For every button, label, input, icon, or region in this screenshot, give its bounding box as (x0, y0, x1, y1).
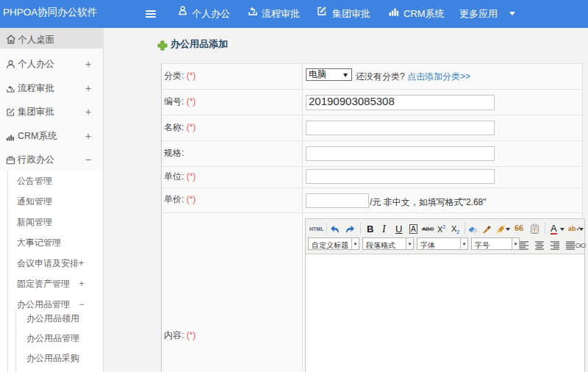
svg-text:T: T (534, 228, 537, 233)
